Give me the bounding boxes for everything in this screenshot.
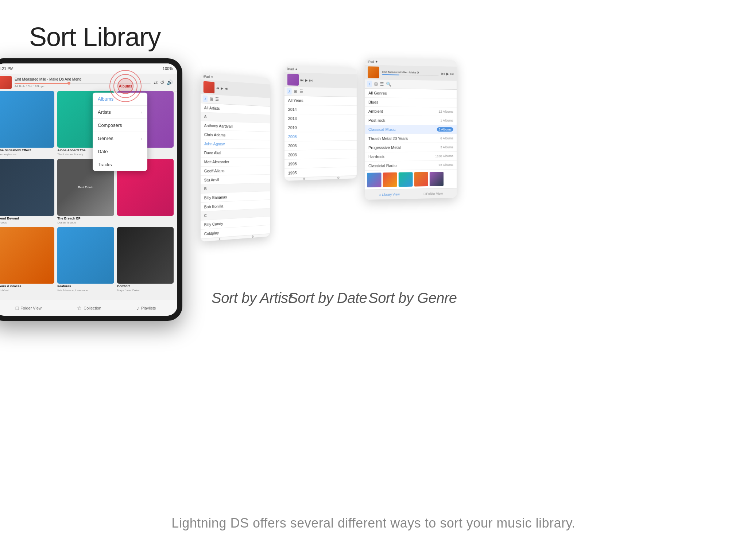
- status-bar: 4:21 PM 100%: [0, 63, 177, 74]
- sort-by-genre-label: Sort by Genre: [368, 290, 457, 306]
- popup-tracks[interactable]: Tracks: [93, 158, 147, 171]
- panel-artist: iPad ✦ ⏮ ▶ ⏭ ♪ ⊞ ☰ All Artists A Anthony…: [201, 73, 270, 242]
- tagline: Lightning DS offers several different wa…: [0, 516, 747, 531]
- year-2014[interactable]: 2014: [285, 105, 357, 114]
- year-2013[interactable]: 2013: [285, 114, 357, 123]
- year-2010[interactable]: 2010: [285, 123, 357, 132]
- playlists-icon: ♪: [137, 305, 139, 311]
- panel-genre-play[interactable]: ▶: [446, 71, 449, 75]
- artist-john-agnew[interactable]: John Agnew: [201, 139, 270, 149]
- panel-genre-music-icon: ♪: [367, 81, 372, 87]
- artist-item[interactable]: Matt Alexander: [201, 158, 270, 167]
- settings-icon[interactable]: ⚙: [251, 235, 254, 238]
- popup-genres[interactable]: Genres ›: [93, 132, 147, 145]
- genre-hardrock-count: 1188 Albums: [435, 154, 453, 158]
- album-thumb: [0, 227, 54, 284]
- album-item[interactable]: The Slideshow Effect Memoryhouse: [0, 91, 54, 156]
- volume-btn[interactable]: 🔊: [167, 79, 173, 85]
- panel-genre-progress[interactable]: [382, 74, 439, 76]
- panel-date-play[interactable]: ▶: [305, 78, 308, 82]
- settings-icon-date[interactable]: ⚙: [337, 176, 340, 180]
- album-title: Heirs & Graces: [0, 284, 54, 288]
- genre-classical[interactable]: Classical Music 2 Albums: [365, 125, 457, 134]
- album-item[interactable]: Bend Beyond Woods: [0, 159, 54, 224]
- genre-postrock[interactable]: Post-rock 1 Albums: [365, 116, 457, 125]
- tab-folder-label: Folder View: [20, 306, 42, 310]
- folder-view-tab[interactable]: □ Folder View: [424, 191, 443, 195]
- genre-thrash[interactable]: Thrash Metal 20 Years 6 Albums: [365, 134, 457, 143]
- artist-item[interactable]: Chris Adams: [201, 130, 270, 140]
- podcast-icon-date[interactable]: 🎙: [303, 177, 306, 181]
- genre-postrock-label: Post-rock: [368, 118, 385, 122]
- album-artist: Woods: [0, 221, 54, 224]
- repeat-btn[interactable]: ↺: [160, 79, 165, 85]
- tab-collection[interactable]: ☆ Collection: [77, 305, 101, 311]
- panel-genre-controls: ⏮ ▶ ⏭: [441, 71, 454, 75]
- artist-item[interactable]: Geoff Allans: [201, 166, 270, 176]
- library-icon: ⌂: [379, 193, 381, 197]
- album-item[interactable]: Comfort Maya Jane Coles: [117, 227, 174, 292]
- album-thumb: [117, 227, 174, 284]
- panel-date-list-icon[interactable]: ☰: [299, 89, 303, 94]
- album-artist: Maya Jane Coles: [117, 289, 174, 292]
- folder-icon: □: [16, 305, 19, 311]
- library-view-tab[interactable]: ⌂ Library View: [379, 192, 400, 197]
- genre-thrash-count: 6 Albums: [440, 136, 453, 140]
- tab-playlists[interactable]: ♪ Playlists: [137, 305, 156, 311]
- preview-thumb-3: [399, 172, 413, 187]
- album-item[interactable]: Heirs & Graces Clubfeet: [0, 227, 54, 292]
- popup-artists[interactable]: Artists ›: [93, 106, 147, 119]
- panel-genre-toolbar: ♪ ⊞ ☰ 🔍: [365, 79, 457, 90]
- panel-genre-bottom: ⌂ Library View □ Folder View: [365, 188, 457, 200]
- panel-genre-next[interactable]: ⏭: [450, 72, 454, 76]
- genre-classical-count: 2 Albums: [437, 127, 453, 132]
- popup-date[interactable]: Date: [93, 145, 147, 158]
- panels-perspective: iPad ✦ ⏮ ▶ ⏭ ♪ ⊞ ☰ All Artists A Anthony…: [201, 55, 711, 310]
- panel-artist-list-icon[interactable]: ☰: [215, 97, 219, 102]
- genre-ambient[interactable]: Ambient 12 Albums: [365, 107, 457, 116]
- podcast-icon[interactable]: 🎙: [218, 237, 221, 241]
- all-genres-item[interactable]: All Genres: [365, 89, 457, 98]
- panel-artist-prev[interactable]: ⏮: [216, 86, 219, 90]
- genre-classical-radio[interactable]: Classicial Radio 23 Albums: [365, 161, 457, 171]
- genre-progressive-count: 3 Albums: [440, 145, 453, 149]
- panel-genre-grid-icon[interactable]: ⊞: [374, 81, 378, 86]
- tab-folder-view[interactable]: □ Folder View: [16, 305, 42, 311]
- folder-view-icon: □: [424, 192, 426, 195]
- popup-composers[interactable]: Composers: [93, 119, 147, 132]
- album-title: Bend Beyond: [0, 217, 54, 220]
- panel-artist-music-icon: ♪: [203, 95, 208, 102]
- genre-hardrock[interactable]: Hardrock 1188 Albums: [365, 152, 457, 162]
- panel-artist-ipad: iPad ✦: [204, 75, 213, 79]
- genre-blues[interactable]: Blues: [365, 98, 457, 108]
- panel-artist-next[interactable]: ⏭: [225, 86, 228, 90]
- genre-classical-radio-count: 23 Albums: [439, 163, 453, 167]
- panels-area: iPad ✦ ⏮ ▶ ⏭ ♪ ⊞ ☰ All Artists A Anthony…: [201, 55, 711, 310]
- album-artist: Memoryhouse: [0, 153, 54, 156]
- all-years-item[interactable]: All Years: [285, 96, 357, 106]
- panel-date-ipad: iPad ✦: [287, 67, 298, 71]
- panel-genre-search-icon[interactable]: 🔍: [386, 82, 391, 87]
- panel-genre-list-icon[interactable]: ☰: [380, 82, 384, 87]
- panel-artist-list: All Artists A Anthony Aardvarl Chris Ada…: [201, 103, 270, 239]
- year-2008[interactable]: 2008: [285, 132, 357, 141]
- panel-artist-grid-icon[interactable]: ⊞: [210, 96, 213, 101]
- year-2005[interactable]: 2005: [285, 141, 357, 151]
- panel-date-grid-icon[interactable]: ⊞: [294, 89, 297, 94]
- panel-genre-progress-fill: [382, 74, 399, 75]
- panel-genre-album-thumb: [368, 66, 379, 78]
- album-title: Comfort: [117, 284, 174, 288]
- genre-progressive[interactable]: Progesssive Metal 3 Albums: [365, 143, 457, 152]
- panel-date-toolbar: ♪ ⊞ ☰: [285, 87, 357, 97]
- progress-fill: [15, 83, 69, 84]
- panel-genre-prev[interactable]: ⏮: [441, 71, 445, 75]
- panel-date-prev[interactable]: ⏮: [300, 78, 304, 82]
- album-thumb: [0, 159, 54, 215]
- panel-artist-play[interactable]: ▶: [221, 86, 223, 90]
- panel-genre: iPad ✦ End Measured Mile - Make D ⏮ ▶ ⏭ …: [365, 58, 457, 200]
- shuffle-btn[interactable]: ⇄: [154, 79, 158, 85]
- panel-date-next[interactable]: ⏭: [309, 78, 313, 82]
- artist-item[interactable]: Dave Akai: [201, 148, 270, 158]
- album-item[interactable]: Features Kris Menace; Lawrence...: [57, 227, 114, 292]
- ipad-content: The Slideshow Effect Memoryhouse Alone A…: [0, 88, 177, 300]
